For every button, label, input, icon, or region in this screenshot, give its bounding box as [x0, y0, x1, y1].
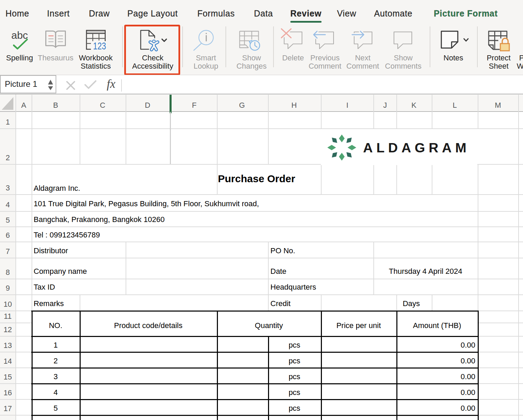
svg-text:123: 123 [93, 40, 106, 52]
